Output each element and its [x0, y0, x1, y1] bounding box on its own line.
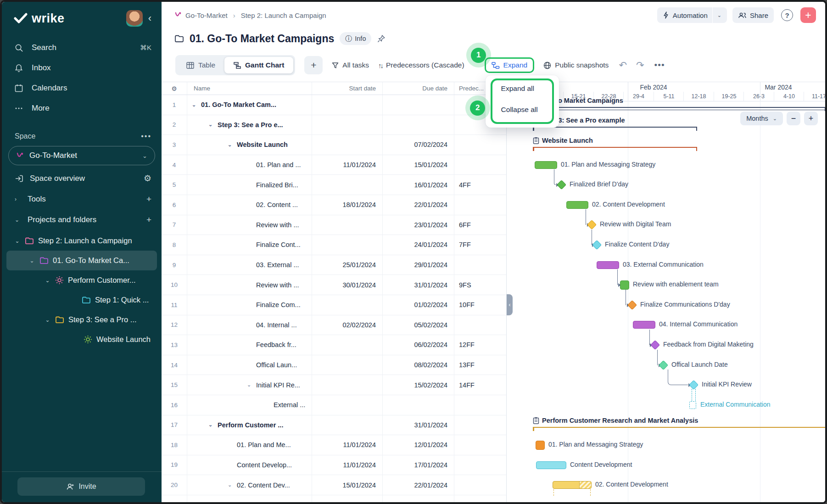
add-icon[interactable]: + [146, 215, 151, 225]
filter-button[interactable]: All tasks [332, 61, 369, 69]
gantt-task-square[interactable] [536, 441, 545, 450]
start-date-cell[interactable]: 15/01/2024 [312, 475, 383, 495]
sidebar-tree-website-launch[interactable]: ⌄Website Launch [6, 330, 157, 349]
table-row[interactable]: 8⌄Finalize Cont...24/01/20247FF [162, 235, 506, 255]
task-name-cell[interactable]: ⌄Review with ... [187, 215, 312, 235]
due-date-cell[interactable]: 06/02/2024 [383, 335, 454, 355]
help-button[interactable]: ? [779, 7, 795, 23]
table-row[interactable]: 13⌄Feedback fr...06/02/202412FF [162, 335, 506, 355]
predecessor-cell[interactable] [454, 435, 506, 455]
expand-button[interactable]: Expand [485, 57, 535, 73]
menu-item-expand-all[interactable]: Expand all [486, 78, 559, 99]
add-view-button[interactable]: + [304, 56, 323, 74]
menu-item-collapse-all[interactable]: Collapse all [486, 99, 559, 120]
sidebar-collapse-icon[interactable]: ‹ [143, 12, 153, 24]
due-date-cell[interactable]: 24/01/2024 [383, 235, 454, 255]
sidebar-item-more[interactable]: More [2, 98, 162, 118]
tab-gantt-chart[interactable]: Gantt Chart [224, 57, 293, 73]
start-date-cell[interactable] [312, 495, 383, 502]
table-row[interactable]: 14⌄Offical Laun...08/02/202413FF [162, 355, 506, 375]
predecessor-cell[interactable] [454, 395, 506, 415]
start-date-cell[interactable] [312, 115, 383, 135]
task-name-cell[interactable]: ⌄04. Internal ... [187, 315, 312, 335]
space-selector[interactable]: Go-To-Market ⌄ [8, 146, 155, 165]
space-more-icon[interactable]: ••• [141, 132, 151, 140]
task-name-cell[interactable]: ⌄01. Plan and ... [187, 155, 312, 175]
share-button[interactable]: Share [732, 7, 774, 23]
table-row[interactable]: 19⌄Content Develop...11/01/202417/01/202… [162, 455, 506, 476]
gantt-summary-label[interactable]: Perform Customer Research and Market Ana… [533, 417, 698, 424]
column-header-due-date[interactable]: Due date [383, 82, 454, 95]
predecessor-cell[interactable]: 13FF [454, 355, 506, 375]
gear-icon[interactable]: ⚙︎ [144, 173, 151, 184]
task-name-cell[interactable]: ⌄Initial KPI Re... [187, 375, 312, 395]
table-row[interactable]: 18⌄01. Plan and Me...11/01/202412/01/202… [162, 435, 506, 455]
chevron-down-icon[interactable]: ⌄ [208, 422, 218, 428]
toolbar-more-icon[interactable]: ••• [654, 60, 665, 70]
chevron-down-icon[interactable]: ⌄ [208, 122, 218, 128]
task-name-cell[interactable]: ⌄02. Content ... [187, 195, 312, 215]
task-name-cell[interactable]: ⌄Finalized Bri... [187, 175, 312, 195]
predecessor-cell[interactable] [454, 415, 506, 435]
task-name-cell[interactable]: ⌄Website Launch [187, 135, 312, 155]
column-header-start-date[interactable]: Start date [312, 82, 383, 95]
gantt-task-bar[interactable] [597, 261, 619, 269]
add-icon[interactable]: + [146, 194, 151, 204]
gantt-milestone-diamond[interactable] [587, 220, 597, 230]
task-name-cell[interactable]: ⌄02. Content Dev... [187, 475, 312, 495]
table-row[interactable]: 4⌄01. Plan and ...11/01/202415/01/2024 [162, 155, 506, 175]
automation-chevron-icon[interactable]: ⌄ [717, 12, 721, 18]
start-date-cell[interactable] [312, 295, 383, 315]
timescale-dropdown[interactable]: Months ⌄ [740, 112, 783, 125]
due-date-cell[interactable]: 01/02/2024 [383, 295, 454, 315]
chevron-down-icon[interactable]: ⌄ [28, 258, 35, 264]
chevron-down-icon[interactable]: ⌄ [247, 382, 256, 388]
table-row[interactable]: 17⌄Perform Customer ...31/01/2024 [162, 415, 506, 436]
invite-button[interactable]: Invite [17, 477, 145, 496]
task-name-cell[interactable]: ⌄ [187, 495, 312, 502]
start-date-cell[interactable] [312, 395, 383, 415]
info-button[interactable]: ⓘ Info [340, 32, 371, 45]
gantt-milestone-diamond[interactable] [592, 240, 602, 250]
table-row[interactable]: 12⌄04. Internal ...02/02/202405/02/2024 [162, 315, 506, 336]
chevron-down-icon[interactable]: ⌄ [44, 317, 51, 323]
table-row[interactable]: 6⌄02. Content ...18/01/202422/01/2024 [162, 195, 506, 215]
avatar[interactable] [126, 10, 143, 27]
due-date-cell[interactable]: 15/02/2024 [383, 375, 454, 395]
start-date-cell[interactable]: 30/01/2024 [312, 275, 383, 295]
due-date-cell[interactable]: 31/01/2024 [383, 415, 454, 435]
sidebar-item-inbox[interactable]: Inbox [2, 58, 162, 78]
start-date-cell[interactable] [312, 95, 383, 115]
breadcrumb-project[interactable]: Step 2: Launch a Campaign [241, 11, 326, 19]
automation-button[interactable]: Automation ⌄ [657, 7, 727, 23]
due-date-cell[interactable]: 22/01/2024 [383, 195, 454, 215]
task-name-cell[interactable]: ⌄03. External ... [187, 255, 312, 275]
due-date-cell[interactable]: 15/01/2024 [383, 155, 454, 175]
due-date-cell[interactable]: 22/01/2024 [383, 475, 454, 495]
due-date-cell[interactable] [383, 95, 454, 115]
chevron-down-icon[interactable]: ⌄ [228, 142, 237, 148]
public-snapshots-button[interactable]: Public snapshots [543, 61, 609, 69]
predecessor-cell[interactable]: 7FF [454, 235, 506, 255]
pane-splitter-handle[interactable]: ‹ [507, 294, 513, 315]
table-row[interactable]: 7⌄Review with ...23/01/20246FF [162, 215, 506, 235]
table-row[interactable]: 2⌄Step 3: See a Pro e... [162, 115, 506, 135]
due-date-cell[interactable]: 16/01/2024 [383, 175, 454, 195]
due-date-cell[interactable]: 29/01/2024 [383, 255, 454, 275]
chevron-icon[interactable]: ⌄ [15, 217, 21, 223]
task-name-cell[interactable]: ⌄Offical Laun... [187, 355, 312, 375]
task-name-cell[interactable]: ⌄Feedback fr... [187, 335, 312, 355]
task-name-cell[interactable]: ⌄Step 3: See a Pro e... [187, 115, 312, 135]
start-date-cell[interactable]: 02/02/2024 [312, 315, 383, 335]
table-row[interactable]: 15⌄Initial KPI Re...15/02/202414FF [162, 375, 506, 395]
due-date-cell[interactable]: 17/01/2024 [383, 455, 454, 475]
breadcrumb-space[interactable]: Go-To-Market [185, 11, 228, 19]
start-date-cell[interactable]: 11/01/2024 [312, 435, 383, 455]
predecessor-cell[interactable]: 4FF [454, 175, 506, 195]
table-row[interactable]: 10⌄Review with ...30/01/202431/01/20249F… [162, 275, 506, 295]
redo-icon[interactable]: ↷ [636, 60, 644, 71]
due-date-cell[interactable]: 07/02/2024 [383, 135, 454, 155]
gantt-task-bar[interactable] [536, 461, 566, 469]
table-row[interactable]: 11⌄Finalize Com...01/02/202410FF [162, 295, 506, 315]
column-header-name[interactable]: Name [187, 82, 312, 95]
